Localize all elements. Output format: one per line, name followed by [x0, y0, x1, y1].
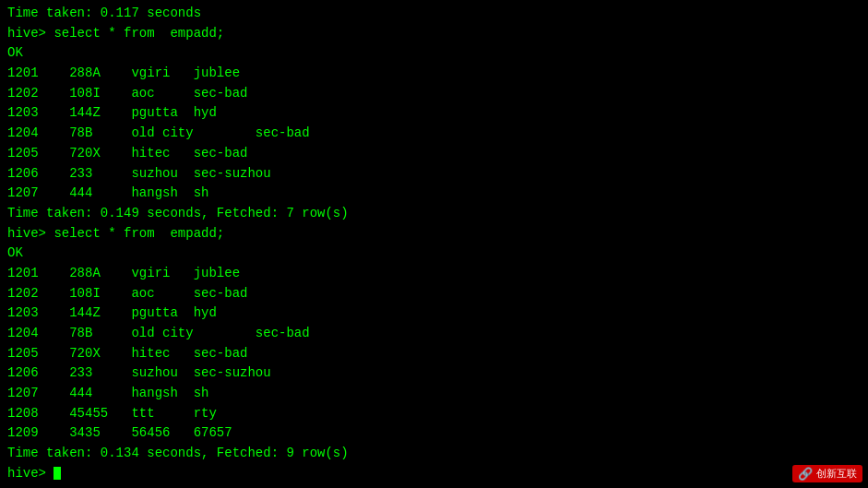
terminal-line: 1205 720X hitec sec-bad: [7, 344, 861, 364]
terminal-line: 1206 233 suzhou sec-suzhou: [7, 164, 861, 184]
terminal-line: 1209 3435 56456 67657: [7, 423, 861, 444]
terminal-line: 1201 288A vgiri jublee: [7, 64, 861, 84]
cursor: [54, 467, 61, 480]
terminal-line: 1203 144Z pgutta hyd: [7, 304, 861, 324]
terminal-line: OK: [7, 43, 861, 64]
terminal-line: 1202 108I aoc sec-bad: [7, 284, 861, 304]
terminal-line: Time taken: 0.149 seconds, Fetched: 7 ro…: [7, 204, 861, 224]
terminal-line: 1201 288A vgiri jublee: [7, 264, 861, 284]
terminal-line: 1204 78B old city sec-bad: [7, 124, 861, 144]
terminal-line: Time taken: 0.134 seconds, Fetched: 9 ro…: [7, 444, 861, 464]
terminal-line: 1207 444 hangsh sh: [7, 184, 861, 204]
terminal-line: 1205 720X hitec sec-bad: [7, 144, 861, 164]
terminal-line: 1207 444 hangsh sh: [7, 384, 861, 404]
terminal-line: Time taken: 0.117 seconds: [7, 4, 861, 24]
terminal-line: 1202 108I aoc sec-bad: [7, 84, 861, 104]
terminal-line: hive>: [7, 464, 861, 484]
terminal-line: hive> select * from empadd;: [7, 224, 861, 244]
terminal-line: 1204 78B old city sec-bad: [7, 324, 861, 344]
terminal: Time taken: 0.117 secondshive> select * …: [0, 0, 868, 488]
watermark-text: 创新互联: [816, 467, 857, 481]
terminal-line: OK: [7, 244, 861, 264]
watermark-icon: 🔗: [798, 467, 813, 481]
terminal-line: hive> select * from empadd;: [7, 24, 861, 44]
terminal-line: 1208 45455 ttt rty: [7, 404, 861, 424]
watermark: 🔗 创新互联: [792, 465, 862, 482]
terminal-line: 1206 233 suzhou sec-suzhou: [7, 363, 861, 384]
terminal-line: 1203 144Z pgutta hyd: [7, 103, 861, 124]
